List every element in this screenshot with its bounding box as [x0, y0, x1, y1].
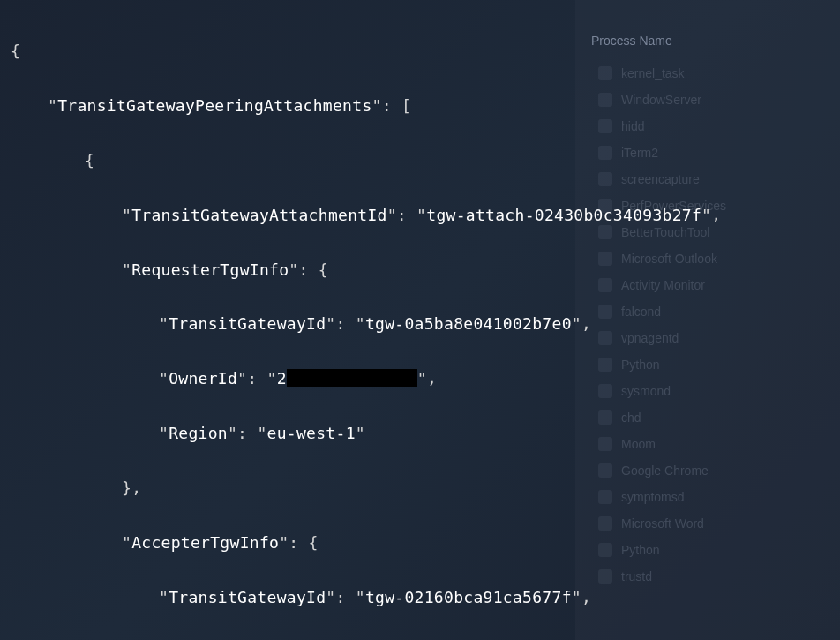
json-line: "TransitGatewayPeeringAttachments": [: [11, 93, 723, 120]
json-terminal-output: { "TransitGatewayPeeringAttachments": [ …: [0, 0, 723, 640]
json-line: "Region": "eu-west-1": [11, 420, 723, 448]
json-line: },: [11, 475, 723, 502]
json-line: "TransitGatewayAttachmentId": "tgw-attac…: [11, 202, 723, 230]
redacted-block: [287, 369, 417, 387]
json-line: "RequesterTgwInfo": {: [11, 257, 723, 284]
json-line: "TransitGatewayId": "tgw-0a5ba8e041002b7…: [11, 311, 723, 338]
json-line: "TransitGatewayId": "tgw-02160bca91ca567…: [11, 584, 723, 612]
json-line: "AccepterTgwInfo": {: [11, 530, 723, 557]
json-line: {: [11, 38, 723, 65]
json-line: "OwnerId": "2",: [11, 365, 723, 393]
json-line: {: [11, 147, 723, 175]
